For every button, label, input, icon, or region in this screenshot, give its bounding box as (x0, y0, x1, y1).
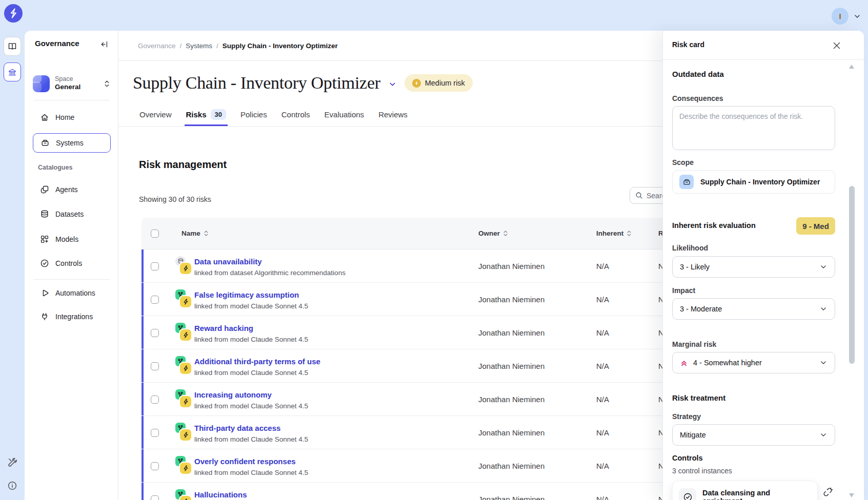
risk-name-link[interactable]: False legitimacy assumption (194, 290, 308, 299)
column-header-owner[interactable]: Owner (478, 218, 508, 249)
tab-controls[interactable]: Controls (280, 102, 312, 126)
tab-risks[interactable]: Risks 30 (185, 102, 228, 126)
risk-inherent: N/A (596, 249, 609, 282)
scrollbar-thumb[interactable] (849, 186, 855, 364)
tab-policies[interactable]: Policies (239, 102, 269, 126)
close-icon[interactable] (831, 40, 842, 51)
tab-overview[interactable]: Overview (138, 102, 173, 126)
strategy-select[interactable]: Mitigate (672, 424, 835, 446)
row-checkbox[interactable] (151, 362, 159, 370)
row-checkbox[interactable] (151, 296, 159, 304)
risk-lightning-icon (180, 396, 191, 407)
marginal-risk-value: 4 - Somewhat higher (693, 359, 762, 367)
column-header-name[interactable]: Name (181, 218, 209, 249)
agents-icon (40, 185, 49, 194)
breadcrumb-systems[interactable]: Systems (186, 42, 212, 50)
row-checkbox[interactable] (151, 462, 159, 470)
row-checkbox[interactable] (151, 429, 159, 437)
double-chevron-up-icon (680, 359, 688, 367)
column-header-inherent[interactable]: Inherent (596, 218, 632, 249)
risk-name-block: Overly confident responses linked from m… (194, 457, 308, 476)
scroll-down-arrow[interactable] (849, 493, 854, 497)
sidebar-item-automations[interactable]: Automations (33, 283, 111, 303)
risk-name-link[interactable]: Overly confident responses (194, 457, 308, 466)
info-icon[interactable] (7, 481, 17, 491)
risk-source-icon (175, 289, 192, 309)
sidebar-item-models[interactable]: Models (33, 230, 111, 249)
icon-rail (0, 31, 25, 500)
inherent-eval-badge: 9 - Med (796, 217, 835, 235)
row-checkbox[interactable] (151, 329, 159, 337)
sidebar-item-systems[interactable]: Systems (33, 133, 111, 153)
risk-name-link[interactable]: Increasing autonomy (194, 390, 308, 399)
select-all-checkbox[interactable] (151, 230, 159, 238)
scope-value: Supply Chain - Inventory Optimizer (700, 178, 820, 186)
sidebar-item-datasets[interactable]: Datasets (33, 204, 111, 224)
risks-count-badge: 30 (211, 109, 226, 120)
risk-linked-from: linked from model Claude Sonnet 4.5 (194, 402, 308, 410)
marginal-risk-select[interactable]: 4 - Somewhat higher (672, 352, 835, 373)
sidebar-item-label: Systems (56, 139, 84, 147)
home-icon (40, 113, 49, 122)
collapse-sidebar-icon[interactable] (98, 38, 110, 50)
divider (34, 100, 110, 100)
sidebar-title: Governance (35, 39, 79, 48)
sort-icon[interactable] (204, 230, 209, 237)
tab-evaluations[interactable]: Evaluations (323, 102, 366, 126)
likelihood-value: 3 - Likely (680, 263, 710, 271)
risk-linked-from: linked from model Claude Sonnet 4.5 (194, 302, 308, 310)
app-logo[interactable] (4, 4, 23, 23)
risk-name-block: Hallucinations linked from model Claude … (194, 490, 308, 500)
scroll-up-arrow[interactable] (849, 65, 854, 69)
sort-icon[interactable] (503, 230, 508, 237)
risk-inherent: N/A (596, 383, 609, 415)
panel-title: Risk card (672, 40, 704, 49)
risk-name-link[interactable]: Additional third-party terms of use (194, 357, 320, 366)
rail-library-button[interactable] (4, 37, 21, 56)
unlink-icon[interactable] (822, 487, 835, 499)
risk-name-link[interactable]: Third-party data access (194, 424, 308, 432)
risk-name-link[interactable]: Hallucinations (194, 490, 308, 499)
risk-name-link[interactable]: Data unavailability (194, 257, 346, 266)
search-icon (635, 192, 643, 199)
rail-governance-button[interactable] (4, 62, 21, 81)
row-checkbox[interactable] (151, 262, 159, 270)
risk-inherent: N/A (596, 316, 609, 349)
sidebar-item-home[interactable]: Home (33, 108, 111, 127)
tools-icon[interactable] (7, 457, 17, 467)
topbar: I (0, 0, 868, 31)
sidebar-item-controls[interactable]: Controls (33, 254, 111, 273)
panel-header: Risk card (663, 31, 864, 60)
sidebar-item-label: Agents (55, 185, 78, 194)
risk-source-icon (175, 323, 192, 342)
risk-name-link[interactable]: Reward hacking (194, 324, 308, 332)
consequences-textarea[interactable] (672, 106, 835, 150)
sort-icon[interactable] (627, 230, 632, 237)
sidebar-item-agents[interactable]: Agents (33, 180, 111, 199)
impact-select[interactable]: 3 - Moderate (672, 298, 835, 320)
risk-linked-from: linked from model Claude Sonnet 4.5 (194, 435, 308, 443)
breadcrumb-governance[interactable]: Governance (138, 42, 176, 50)
title-chevron-down-icon[interactable] (388, 80, 397, 89)
space-selector[interactable]: Space General (33, 72, 111, 95)
row-checkbox[interactable] (151, 495, 159, 500)
sidebar-item-integrations[interactable]: Integrations (33, 307, 111, 326)
strategy-value: Mitigate (680, 431, 706, 439)
impact-label: Impact (672, 286, 695, 295)
risk-owner: Jonathan Nieminen (478, 283, 544, 316)
likelihood-select[interactable]: 3 - Likely (672, 256, 835, 278)
page-title: Supply Chain - Inventory Optimizer (133, 73, 380, 93)
tab-reviews[interactable]: Reviews (377, 102, 409, 126)
sidebar-item-label: Automations (55, 289, 95, 297)
risk-level-badge: Medium risk (405, 74, 473, 92)
risk-linked-from: linked from dataset Algorithmic recommen… (194, 269, 346, 277)
account-menu[interactable]: I (832, 8, 861, 25)
risk-owner: Jonathan Nieminen (478, 316, 544, 349)
scope-chip[interactable]: Supply Chain - Inventory Optimizer (672, 170, 835, 194)
avatar[interactable]: I (832, 8, 849, 25)
control-instance-card[interactable]: Data cleansing and enrichment (672, 481, 818, 500)
risk-inherent: N/A (596, 349, 609, 382)
title-row: Supply Chain - Inventory Optimizer Mediu… (133, 73, 473, 93)
risk-name-block: Additional third-party terms of use link… (194, 357, 320, 377)
row-checkbox[interactable] (151, 395, 159, 404)
